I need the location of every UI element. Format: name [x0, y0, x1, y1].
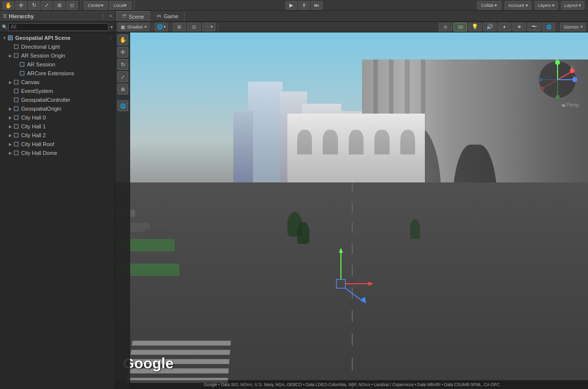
game-tab-label: Game — [164, 13, 178, 19]
orientation-gizmo: X Y Z — [536, 58, 579, 101]
svg-rect-9 — [14, 107, 18, 111]
hier-arrow-canvas: ▶ — [8, 80, 13, 85]
account-btn[interactable]: Account ▾ — [504, 1, 532, 10]
audio-btn[interactable]: 🔊 — [483, 23, 497, 31]
scene-toolbar: ▦ Shaded ▾ 🌐 ▾ ⊞ ⊡ ⋯ ▾ ⊙ 2D — [115, 22, 588, 32]
lighting-btn[interactable]: 💡 — [468, 23, 482, 31]
svg-rect-13 — [14, 142, 18, 146]
toolbar-divider-2 — [170, 23, 170, 31]
scene-tab-game[interactable]: 🎮 Game — [150, 11, 185, 21]
hier-arrow-aso: ▶ — [8, 54, 13, 58]
overlay-btn[interactable]: 🌐 ▾ — [154, 23, 168, 31]
hier-item-city-hall-0[interactable]: ▶ City Hall 0 — [0, 113, 115, 122]
view-tools-panel: ✋ ✛ ↻ ⤢ ⊞ 🌐 — [115, 32, 130, 389]
hier-arrow-go: ▶ — [8, 107, 13, 111]
move-tool-btn[interactable]: ✛ — [15, 1, 27, 10]
grid-btn[interactable]: ⊞ — [172, 23, 186, 31]
scene-tabs: 🎬 Scene 🎮 Game — [115, 11, 588, 22]
transform-tool-btn[interactable]: ⊡ — [66, 1, 78, 10]
scene-menu-icon[interactable]: ⋮ — [109, 35, 113, 40]
hier-icon-canvas — [13, 79, 20, 86]
snap-btn[interactable]: ⊡ — [187, 23, 201, 31]
hier-item-ar-session-origin[interactable]: ▶ AR Session Origin — [0, 51, 115, 60]
local-btn[interactable]: Local ▾ — [109, 1, 132, 10]
hier-label-ar-session-origin: AR Session Origin — [21, 53, 65, 59]
hier-arrow-chr: ▶ — [8, 142, 13, 147]
svg-rect-6 — [14, 80, 18, 84]
hier-item-directional-light[interactable]: Directional Light — [0, 42, 115, 51]
hier-item-city-hall-2[interactable]: ▶ City Hall 2 — [0, 131, 115, 140]
layout-btn[interactable]: Layout ▾ — [561, 1, 585, 10]
hierarchy-add-icon[interactable]: + — [109, 13, 112, 19]
rotate-tool-btn[interactable]: ↻ — [28, 1, 40, 10]
move-tool-view-btn[interactable]: ✛ — [117, 47, 128, 58]
pivot-btn[interactable]: Center ▾ — [84, 1, 108, 10]
hier-label-geospatial-api-scene: Geospatial API Scene — [15, 35, 71, 41]
hierarchy-menu-icon[interactable]: ⋮ — [101, 13, 106, 19]
fx-btn[interactable]: ✦ — [498, 23, 511, 31]
shaded-text: Shaded — [127, 25, 142, 30]
hier-item-event-system[interactable]: EventSystem — [0, 87, 115, 95]
scale-tool-btn[interactable]: ⤢ — [41, 1, 53, 10]
cam-btn[interactable]: ⊙ — [439, 23, 452, 31]
search-scene-btn[interactable]: ⋯ ▾ — [202, 23, 216, 31]
svg-rect-12 — [14, 133, 18, 137]
hier-arrow-ch1: ▶ — [8, 124, 13, 129]
hand-tool-btn[interactable]: ✋ — [2, 1, 14, 10]
search-icon: 🔍 — [2, 25, 7, 30]
local-arrow: ▾ — [124, 3, 127, 8]
pivot-label: Center — [88, 3, 101, 8]
scene-viewport[interactable]: X Y Z ◀ Persp Google — [115, 32, 588, 389]
2d-btn[interactable]: 2D — [453, 23, 467, 31]
gizmos-dropdown[interactable]: Gizmos ▾ — [560, 23, 586, 31]
pause-btn[interactable]: ⏸ — [298, 1, 310, 10]
shaded-label: ▦ — [121, 25, 125, 30]
layers-btn[interactable]: Layers ▾ — [534, 1, 558, 10]
svg-marker-17 — [339, 248, 343, 253]
scene-tab-scene[interactable]: 🎬 Scene — [115, 11, 150, 21]
car-2 — [145, 229, 167, 237]
hierarchy-list: ▼ Geospatial API Scene ⋮ Directional Lig… — [0, 32, 115, 389]
rect-tool-view-btn[interactable]: ⊞ — [117, 84, 128, 94]
draw-mode-dropdown[interactable]: ▦ Shaded ▾ — [117, 23, 150, 31]
hier-label-city-hall-dome: City Hall Dome — [21, 150, 57, 156]
scale-tool-view-btn[interactable]: ⤢ — [117, 71, 128, 82]
step-btn[interactable]: ⏭ — [311, 1, 323, 10]
toolbar-divider-4 — [558, 23, 558, 31]
collab-btn[interactable]: Collab ▾ — [477, 1, 502, 10]
hier-label-city-hall-1: City Hall 1 — [21, 123, 46, 129]
hier-label-geospatial-controller: GeospatialController — [21, 97, 70, 103]
hier-item-city-hall-1[interactable]: ▶ City Hall 1 — [0, 122, 115, 131]
hier-icon-dl — [13, 43, 20, 50]
hier-icon-chr — [13, 141, 20, 148]
hier-icon-aso — [13, 52, 20, 59]
hier-item-canvas[interactable]: ▶ Canvas — [0, 78, 115, 87]
hier-item-city-hall-roof[interactable]: ▶ City Hall Roof — [0, 140, 115, 149]
scene-tab-icon: 🎬 — [121, 14, 127, 19]
globe-tool-btn[interactable]: 🌐 — [117, 100, 128, 111]
play-btn[interactable]: ▶ — [285, 1, 297, 10]
hier-item-city-hall-dome[interactable]: ▶ City Hall Dome — [0, 149, 115, 157]
hier-arrow-chd: ▶ — [8, 151, 13, 155]
gizmos-label: Gizmos — [563, 25, 579, 30]
hier-item-arcore-extensions[interactable]: ARCore Extensions — [0, 69, 115, 78]
hierarchy-toolbar: 🔍 ▾ — [0, 22, 115, 32]
hierarchy-filter-icon[interactable]: ▾ — [111, 25, 113, 30]
hier-item-geospatial-origin[interactable]: ▶ GeospatialOrigin — [0, 104, 115, 113]
hier-icon-go — [13, 105, 20, 112]
svg-rect-15 — [336, 279, 345, 288]
rect-tool-btn[interactable]: ⊞ — [54, 1, 65, 10]
visibility-btn[interactable]: 👁 — [512, 23, 526, 31]
top-toolbar: ✋ ✛ ↻ ⤢ ⊞ ⊡ Center ▾ Local ▾ ▶ ⏸ ⏭ Colla… — [0, 0, 588, 11]
global-vis-btn[interactable]: 🌐 — [542, 23, 556, 31]
hier-item-ar-session[interactable]: AR Session — [0, 60, 115, 69]
hierarchy-search-input[interactable] — [8, 23, 109, 31]
svg-rect-14 — [14, 151, 18, 155]
attribution-text: Google • Data SIO, NOAA, U.S. Navy, NGA,… — [204, 382, 500, 387]
hier-item-geospatial-api-scene[interactable]: ▼ Geospatial API Scene ⋮ — [0, 33, 115, 42]
hier-item-geospatial-controller[interactable]: GeospatialController — [0, 95, 115, 104]
scene-cam-btn[interactable]: 📷 — [527, 23, 541, 31]
pan-tool-btn[interactable]: ✋ — [117, 34, 128, 45]
rotate-tool-view-btn[interactable]: ↻ — [117, 59, 128, 70]
hier-label-event-system: EventSystem — [21, 88, 53, 94]
